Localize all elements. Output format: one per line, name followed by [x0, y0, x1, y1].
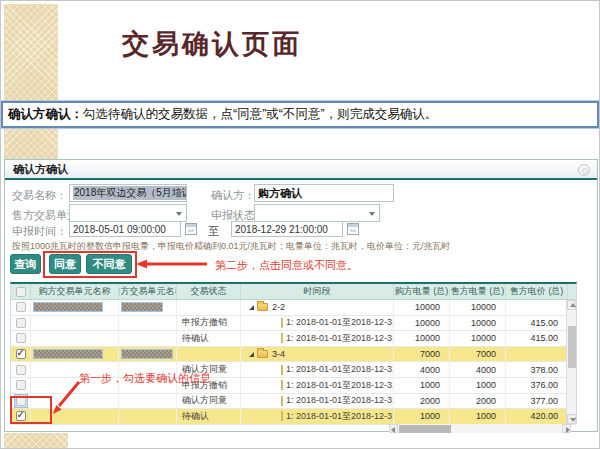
buy-qty: 1000: [394, 409, 450, 424]
sell-qty: 4000: [450, 362, 506, 377]
sell-qty: 7000: [450, 347, 506, 362]
sell-price: 415.00: [506, 316, 568, 331]
col-sell-price: 售方电价 (总): [506, 284, 568, 299]
instruction-box: 确认方确认：勾选待确认的交易数据，点“同意”或“不同意”，则完成交易确认。: [1, 101, 599, 128]
censored-seller-name: [121, 349, 173, 359]
buy-qty: 4000: [394, 362, 450, 377]
seller-unit-select[interactable]: [69, 204, 187, 222]
scroll-left-icon[interactable]: [389, 424, 398, 433]
folder-icon: [257, 350, 268, 358]
decor-strip-bottom: [4, 433, 68, 448]
decor-strip-mid: [4, 128, 58, 159]
horizontal-scrollbar[interactable]: [389, 424, 571, 433]
sell-price: 420.00: [506, 409, 568, 424]
step1-annotation: 第一步，勾选要确认的信息: [79, 371, 211, 386]
instruction-lead: 确认方确认：: [8, 106, 83, 123]
sell-price: [506, 300, 568, 315]
row-checkbox[interactable]: [16, 365, 26, 375]
time-from-input[interactable]: 2018-05-01 09:00:00: [69, 221, 181, 237]
col-sell-qty: 售方电量 (总): [450, 284, 506, 299]
document-icon: [281, 333, 283, 343]
trade-status: [177, 300, 241, 315]
buy-qty: 10000: [394, 316, 450, 331]
time-range: 1: 2018-01-01至2018-12-31: [286, 363, 394, 376]
row-checkbox[interactable]: [16, 318, 26, 328]
time-range: 1: 2018-01-01至2018-12-31: [286, 410, 394, 423]
horizontal-scroll-thumb[interactable]: [399, 425, 451, 433]
step1-highlight-rect: [10, 396, 52, 424]
scroll-up-icon[interactable]: [567, 300, 576, 310]
document-icon: [281, 318, 283, 328]
time-range: 1: 2018-01-01至2018-12-31: [286, 316, 394, 329]
col-buy-qty: 购方电量 (总): [394, 284, 450, 299]
decor-strip-top: [4, 4, 58, 101]
confirmer-value: 购方确认: [258, 186, 302, 201]
scroll-down-icon[interactable]: [567, 414, 576, 424]
sell-price: [506, 347, 568, 362]
slide: 交易确认页面 确认方确认：勾选待确认的交易数据，点“同意”或“不同意”，则完成交…: [0, 0, 600, 449]
document-icon: [281, 365, 283, 375]
tree-expand-icon[interactable]: [249, 352, 254, 357]
calendar-icon[interactable]: [347, 223, 359, 235]
sell-price: 377.00: [506, 394, 568, 409]
step2-highlight-rect: [43, 251, 137, 278]
vertical-scroll-thumb[interactable]: [568, 326, 576, 368]
step2-arrow: [133, 256, 211, 272]
panel-title: 确认方确认: [5, 162, 68, 177]
table-header-row: 购方交易单元名称 售方交易单元名称 交易状态 时间段 购方电量 (总) 售方电量…: [11, 284, 576, 300]
table-row[interactable]: 确认方同意 1: 2018-01-01至2018-12-31 2000 2000…: [11, 394, 576, 410]
document-icon: [281, 411, 283, 421]
tree-expand-icon[interactable]: [249, 305, 254, 310]
censored-buyer-name: [33, 302, 103, 312]
table-row[interactable]: 2-2 10000 10000: [11, 300, 576, 316]
sell-qty: 10000: [450, 316, 506, 331]
col-buyer-unit: 购方交易单元名称: [31, 284, 119, 299]
instruction-text: 勾选待确认的交易数据，点“同意”或“不同意”，则完成交易确认。: [83, 106, 437, 123]
document-icon: [281, 396, 283, 406]
buy-qty: 10000: [394, 300, 450, 315]
table-row[interactable]: 待确认 1: 2018-01-01至2018-12-31 10000 10000…: [11, 331, 576, 347]
folder-icon: [257, 303, 268, 311]
confirmer-input[interactable]: 购方确认: [254, 184, 394, 202]
time-range: 1: 2018-01-01至2018-12-31: [286, 379, 394, 392]
vertical-scrollbar[interactable]: [566, 300, 576, 424]
scroll-right-icon[interactable]: [562, 424, 571, 433]
sell-qty: 1000: [450, 409, 506, 424]
panel-header: 确认方确认: [5, 160, 597, 180]
sell-price: 415.00: [506, 331, 568, 346]
page-title: 交易确认页面: [122, 26, 302, 62]
time-range: 1: 2018-01-01至2018-12-31: [286, 332, 394, 345]
step2-annotation: 第二步，点击同意或不同意。: [215, 258, 358, 273]
time-range: 1: 2018-01-01至2018-12-31: [286, 394, 394, 407]
censored-seller-name: [121, 302, 163, 312]
sell-qty: 10000: [450, 331, 506, 346]
row-checkbox[interactable]: [16, 349, 26, 359]
trade-status: 确认方同意: [177, 394, 241, 409]
trade-name-select[interactable]: 2018年双边交易（5月培训发电企: [69, 184, 187, 202]
table-row[interactable]: 3-4 7000 7000: [11, 347, 576, 363]
query-button[interactable]: 查询: [10, 254, 41, 274]
panel-collapse-icon[interactable]: [578, 164, 590, 176]
time-group-label: 2-2: [272, 302, 285, 312]
buy-qty: 1000: [394, 378, 450, 393]
time-to-input[interactable]: 2018-12-29 21:00:00: [231, 221, 343, 237]
trade-table: 购方交易单元名称 售方交易单元名称 交易状态 时间段 购方电量 (总) 售方电量…: [10, 282, 577, 424]
table-row[interactable]: 申报方撤销 1: 2018-01-01至2018-12-31 10000 100…: [11, 316, 576, 332]
trade-name-value: 2018年双边交易（5月培训发电企: [73, 186, 187, 200]
col-seller-unit: 售方交易单元名称: [119, 284, 177, 299]
calendar-icon[interactable]: [185, 223, 197, 235]
confirm-panel: 确认方确认 交易名称： 2018年双边交易（5月培训发电企 确认方： 购方确认 …: [4, 159, 598, 432]
censored-buyer-name: [33, 349, 103, 359]
row-checkbox[interactable]: [16, 302, 26, 312]
row-checkbox[interactable]: [16, 380, 26, 390]
row-checkbox[interactable]: [16, 333, 26, 343]
time-separator: 至: [208, 224, 219, 239]
select-all-checkbox[interactable]: [16, 287, 26, 297]
document-icon: [281, 380, 283, 390]
trade-status: 待确认: [177, 409, 241, 424]
report-status-select[interactable]: [254, 204, 380, 222]
time-group-label: 3-4: [272, 349, 285, 359]
trade-name-label: 交易名称：: [12, 188, 67, 203]
chevron-down-icon: [176, 212, 182, 216]
table-row[interactable]: 待确认 1: 2018-01-01至2018-12-31 1000 1000 4…: [11, 409, 576, 425]
